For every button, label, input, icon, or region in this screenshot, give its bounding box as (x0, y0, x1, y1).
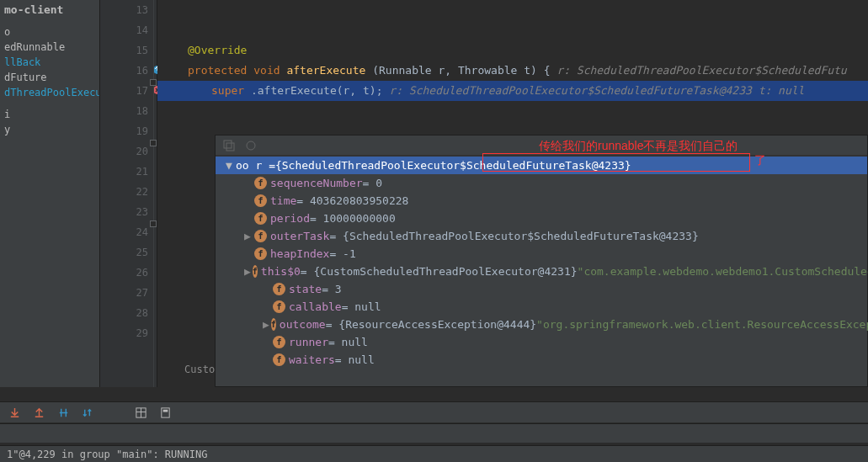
field-badge-icon: f (273, 300, 285, 313)
field-badge-icon: f (254, 194, 267, 207)
line-number[interactable]: 14 (100, 20, 148, 40)
variable-name: sequenceNumber (270, 174, 363, 192)
fold-marker[interactable] (150, 140, 157, 146)
annotation-text: 传给我们的runnable不再是我们自己的 (539, 139, 738, 154)
copy-icon[interactable] (222, 139, 236, 152)
variable-row[interactable]: ftime = 403620803950228 (216, 192, 867, 210)
variable-row[interactable]: fheapIndex = -1 (216, 245, 867, 263)
tree-item[interactable]: dThreadPoolExecuto (4, 85, 99, 100)
expand-arrow-icon[interactable]: ▼ (226, 157, 234, 174)
project-title: mo-client (0, 0, 99, 24)
svg-rect-3 (226, 143, 234, 151)
field-badge-icon: f (254, 247, 267, 260)
tree-item[interactable]: edRunnable (4, 40, 99, 55)
fold-column (153, 0, 154, 387)
tree-item[interactable]: llBack (4, 55, 99, 70)
variable-value: = null (342, 298, 381, 316)
code-line-current[interactable]: super .afterExecute(r, t); r: ScheduledT… (157, 81, 868, 101)
sort-icon[interactable] (82, 406, 94, 419)
variable-name: runner (289, 333, 328, 351)
filter-icon[interactable] (57, 406, 70, 419)
svg-rect-9 (163, 409, 168, 412)
variable-name: this$0 (261, 263, 301, 280)
variable-row[interactable]: fcallable = null (216, 298, 867, 316)
variable-name: waiters (289, 351, 335, 369)
fold-marker[interactable] (150, 220, 157, 227)
variable-value: = 403620803950228 (296, 192, 408, 210)
svg-rect-8 (162, 407, 169, 417)
variable-row[interactable]: ▶foutcome = {ResourceAccessException@444… (216, 316, 867, 333)
keyword-token: protected (188, 64, 247, 77)
fold-marker[interactable] (150, 79, 157, 86)
tree-item[interactable]: y (4, 122, 99, 137)
svg-rect-2 (224, 141, 232, 148)
keyword-token: super (211, 84, 244, 97)
line-number[interactable]: 13 (100, 0, 148, 20)
variable-value: = -1 (329, 245, 355, 263)
variable-name: heapIndex (270, 245, 329, 263)
call-token: .afterExecute(r, t); (251, 84, 383, 97)
variable-string: "org.springframework.web.client.Resource… (536, 316, 868, 333)
code-line[interactable] (157, 0, 868, 20)
svg-point-4 (247, 141, 255, 150)
tree-item[interactable]: dFuture (4, 70, 99, 85)
variable-row[interactable]: frunner = null (216, 333, 867, 351)
tree-item[interactable]: i (4, 107, 99, 122)
variable-row[interactable]: ▶fouterTask = {ScheduledThreadPoolExecut… (216, 227, 867, 245)
variable-row[interactable]: fstate = 3 (216, 280, 867, 298)
variable-row[interactable]: fsequenceNumber = 0 (216, 174, 867, 192)
field-badge-icon: f (254, 177, 267, 189)
project-sidebar[interactable]: mo-client oedRunnablellBackdFuturedThrea… (0, 0, 100, 387)
variable-value: = 0 (363, 174, 382, 192)
settings-icon[interactable] (244, 139, 258, 152)
field-badge-icon: f (273, 283, 285, 295)
code-line[interactable] (157, 20, 868, 40)
line-number[interactable]: 23 (100, 202, 148, 222)
line-number[interactable]: 15 (100, 40, 148, 61)
variable-name: state (289, 280, 322, 298)
variable-row[interactable]: ▶fthis$0 = {CustomScheduledThreadPoolExe… (216, 263, 867, 280)
table-icon[interactable] (135, 406, 147, 419)
variable-name: callable (289, 298, 342, 316)
expand-arrow-icon[interactable]: ▶ (244, 263, 251, 280)
line-number[interactable]: 17 (100, 81, 148, 101)
editor-gutter[interactable]: 1314151617181920212223242526272829 (100, 0, 157, 387)
code-line[interactable] (157, 101, 868, 121)
debug-footer-toolbar[interactable] (0, 401, 868, 422)
code-line[interactable]: @Override (157, 40, 868, 61)
expand-arrow-icon[interactable]: ▶ (263, 316, 269, 333)
line-number[interactable]: 16 (100, 61, 148, 81)
variable-root[interactable]: ▼ oo r = {ScheduledThreadPoolExecutor$Sc… (216, 157, 867, 174)
field-badge-icon: f (253, 265, 258, 278)
variable-name: outcome (280, 316, 326, 333)
variable-name: time (270, 192, 296, 210)
variable-name: oo r = (236, 157, 275, 174)
variable-value: = {CustomScheduledThreadPoolExecutor@423… (301, 263, 578, 280)
variable-value: = {ScheduledThreadPoolExecutor$Scheduled… (329, 227, 698, 245)
line-number[interactable]: 29 (100, 323, 148, 343)
line-number[interactable]: 22 (100, 182, 148, 202)
variable-row[interactable]: fperiod = 10000000000 (216, 210, 867, 227)
line-number[interactable]: 27 (100, 283, 148, 303)
line-number[interactable]: 28 (100, 303, 148, 323)
variable-string: "com.example.webdemo.webdemo1.CustomSche… (578, 263, 868, 280)
download-icon[interactable] (8, 406, 21, 419)
upload-icon[interactable] (33, 406, 45, 419)
line-number[interactable]: 25 (100, 242, 148, 263)
line-number[interactable]: 20 (100, 141, 148, 162)
line-number[interactable]: 19 (100, 121, 148, 141)
variable-value: = 3 (322, 280, 341, 298)
tree-item[interactable]: o (4, 24, 99, 40)
calculator-icon[interactable] (159, 406, 172, 419)
line-number[interactable]: 21 (100, 162, 148, 182)
code-line[interactable]: protected void afterExecute (Runnable r,… (157, 61, 868, 81)
debug-variables-panel[interactable]: ▼ oo r = {ScheduledThreadPoolExecutor$Sc… (215, 135, 868, 387)
line-number[interactable]: 24 (100, 222, 148, 242)
expand-arrow-icon[interactable]: ▶ (244, 227, 253, 245)
status-strip (0, 423, 868, 443)
method-token: afterExecute (286, 64, 365, 77)
line-number[interactable]: 18 (100, 101, 148, 121)
project-tree[interactable]: oedRunnablellBackdFuturedThreadPoolExecu… (0, 24, 99, 137)
variable-row[interactable]: fwaiters = null (216, 351, 867, 369)
line-number[interactable]: 26 (100, 263, 148, 283)
